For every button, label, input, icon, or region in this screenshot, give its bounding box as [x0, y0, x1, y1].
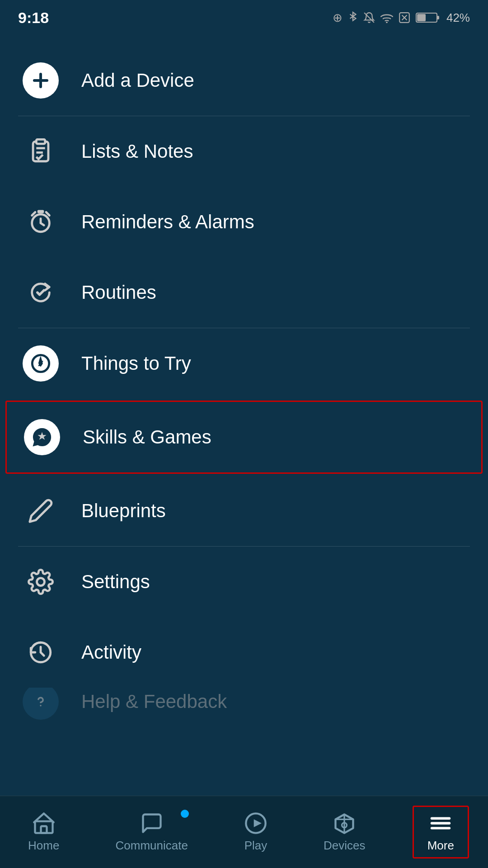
things-to-try-label: Things to Try [81, 353, 191, 374]
battery-icon [416, 11, 441, 24]
clock-history-icon [23, 634, 59, 670]
nav-item-devices[interactable]: Devices [314, 807, 374, 857]
reminders-alarms-label: Reminders & Alarms [81, 211, 254, 233]
skills-icon [24, 419, 60, 455]
svg-line-16 [41, 223, 44, 225]
home-nav-label: Home [28, 839, 59, 853]
bell-muted-icon [363, 12, 375, 24]
add-device-icon-wrap [23, 62, 59, 99]
location-icon: ⊕ [333, 11, 343, 25]
menu-item-lists-notes[interactable]: Lists & Notes [0, 116, 488, 187]
menu-item-reminders-alarms[interactable]: Reminders & Alarms [0, 187, 488, 257]
bottom-nav: Home Communicate Play Devices [0, 796, 488, 868]
menu-item-skills-games[interactable]: Skills & Games [7, 402, 481, 472]
menu-item-blueprints[interactable]: Blueprints [0, 476, 488, 546]
svg-rect-7 [417, 14, 426, 21]
svg-rect-19 [38, 210, 44, 213]
help-circle-icon [23, 688, 59, 720]
gear-icon [23, 564, 59, 600]
menu-item-routines[interactable]: Routines [0, 257, 488, 328]
svg-rect-11 [36, 139, 45, 144]
skills-games-highlight-border: Skills & Games [5, 401, 483, 474]
menu-icon [429, 811, 452, 835]
alarm-icon [23, 204, 59, 240]
blueprints-label: Blueprints [81, 500, 166, 522]
svg-rect-30 [41, 826, 47, 833]
nav-item-play[interactable]: Play [235, 807, 277, 857]
activity-label: Activity [81, 642, 141, 663]
pencil-icon [23, 493, 59, 529]
lists-notes-label: Lists & Notes [81, 141, 193, 162]
devices-icon [333, 811, 356, 835]
svg-line-17 [32, 212, 35, 215]
add-device-label: Add a Device [81, 70, 194, 91]
communicate-icon [139, 811, 164, 835]
devices-nav-label: Devices [324, 839, 365, 853]
status-time: 9:18 [18, 9, 49, 27]
wifi-icon [380, 12, 393, 23]
home-icon [32, 811, 56, 835]
help-feedback-label: Help & Feedback [81, 691, 227, 712]
star-bubble-icon [24, 419, 60, 455]
compass-circle-icon [23, 345, 59, 382]
nav-item-more[interactable]: More [413, 806, 469, 859]
communicate-nav-label: Communicate [116, 839, 188, 853]
menu-item-things-to-try[interactable]: Things to Try [0, 328, 488, 399]
bluetooth-icon [348, 11, 358, 24]
menu-list: Add a Device Lists & Notes [0, 32, 488, 724]
play-icon [244, 811, 267, 835]
menu-item-settings[interactable]: Settings [0, 547, 488, 617]
routines-icon [23, 274, 59, 311]
help-icon [23, 688, 59, 720]
signal-x-icon [399, 12, 410, 24]
status-icons: ⊕ 42% [333, 11, 470, 25]
status-bar: 9:18 ⊕ 42% [0, 0, 488, 32]
compass-icon [23, 345, 59, 382]
svg-point-26 [37, 578, 45, 586]
menu-item-help-feedback[interactable]: Help & Feedback [0, 688, 488, 724]
more-nav-label: More [427, 839, 454, 853]
plus-circle-icon [23, 62, 59, 99]
menu-item-add-device[interactable]: Add a Device [0, 45, 488, 116]
svg-line-18 [46, 212, 49, 215]
menu-item-activity[interactable]: Activity [0, 617, 488, 688]
nav-item-communicate[interactable]: Communicate [107, 807, 197, 857]
svg-rect-6 [437, 16, 439, 19]
svg-point-1 [386, 22, 388, 23]
svg-point-28 [40, 705, 42, 707]
skills-games-label: Skills & Games [83, 426, 211, 448]
settings-label: Settings [81, 571, 150, 593]
battery-percent: 42% [446, 11, 470, 25]
routines-label: Routines [81, 282, 156, 303]
svg-marker-32 [254, 819, 262, 827]
clipboard-icon [23, 133, 59, 170]
play-nav-label: Play [244, 839, 267, 853]
nav-item-home[interactable]: Home [19, 807, 68, 857]
communicate-dot [181, 810, 189, 818]
